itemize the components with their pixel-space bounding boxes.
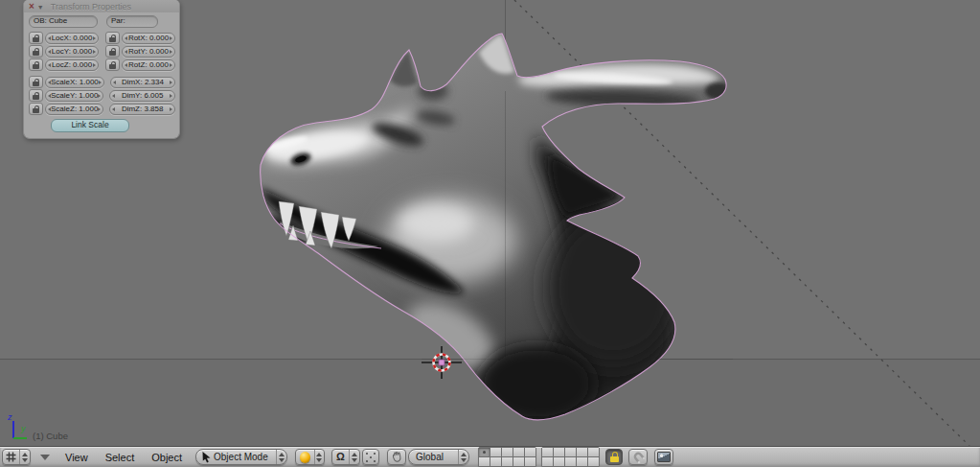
editor-type-stepper[interactable] bbox=[19, 450, 30, 464]
scaley-field[interactable]: ScaleY: 1.000 bbox=[45, 90, 103, 102]
padlock-icon bbox=[109, 35, 116, 42]
locz-field[interactable]: LocZ: 0.000 bbox=[45, 59, 99, 71]
object-origin-dot bbox=[439, 360, 444, 365]
parent-field[interactable]: Par: bbox=[106, 15, 158, 28]
object-name-field[interactable]: OB: Cube bbox=[29, 15, 98, 28]
dimy-field[interactable]: DimY: 6.005 bbox=[109, 90, 175, 102]
lock-layers-toggle[interactable] bbox=[605, 449, 623, 465]
layer-button-16[interactable] bbox=[542, 457, 553, 466]
increment-arrow-icon[interactable] bbox=[93, 36, 96, 40]
editor-type-button[interactable] bbox=[2, 449, 31, 465]
increment-arrow-icon[interactable] bbox=[170, 63, 172, 67]
manipulator-toggle[interactable] bbox=[387, 449, 406, 465]
layer-button-12[interactable] bbox=[490, 457, 501, 466]
orientation-dropdown[interactable]: Global bbox=[408, 449, 469, 465]
snap-toggle[interactable] bbox=[628, 449, 648, 465]
dimx-field[interactable]: DimX: 2.334 bbox=[110, 77, 175, 88]
mode-dropdown[interactable]: Object Mode bbox=[195, 449, 287, 465]
scalex-field[interactable]: ScaleX: 1.000 bbox=[45, 77, 104, 88]
lock-rotx-button[interactable] bbox=[105, 32, 120, 44]
close-icon[interactable]: × bbox=[29, 2, 34, 12]
link-scale-button[interactable]: Link Scale bbox=[51, 119, 129, 132]
lock-roty-button[interactable] bbox=[105, 45, 120, 58]
layer-button-7[interactable] bbox=[554, 448, 564, 456]
rotz-field[interactable]: RotZ: 0.000 bbox=[122, 59, 175, 71]
layer-button-13[interactable] bbox=[502, 457, 513, 466]
transform-properties-panel[interactable]: × ▼ Transform Properties OB: Cube Par: L… bbox=[23, 0, 180, 139]
menu-object[interactable]: Object bbox=[151, 452, 182, 463]
render-preview-button[interactable] bbox=[654, 449, 673, 465]
dimz-field[interactable]: DimZ: 3.858 bbox=[109, 104, 175, 115]
lock-scaley-button[interactable] bbox=[29, 89, 43, 102]
dots-icon bbox=[366, 453, 376, 462]
draw-type-stepper[interactable] bbox=[314, 450, 324, 464]
lock-locz-button[interactable] bbox=[29, 58, 43, 71]
roty-field[interactable]: RotY: 0.000 bbox=[122, 46, 175, 58]
layer-button-15[interactable] bbox=[525, 457, 536, 466]
orientation-stepper[interactable] bbox=[458, 450, 468, 464]
draw-type-button[interactable] bbox=[295, 449, 325, 465]
lock-icon bbox=[610, 452, 619, 462]
header-menus-collapse-icon[interactable] bbox=[40, 455, 50, 460]
layer-grid-2 bbox=[541, 447, 600, 467]
padlock-icon bbox=[33, 61, 39, 69]
increment-arrow-icon[interactable] bbox=[93, 63, 96, 67]
increment-arrow-icon[interactable] bbox=[170, 36, 172, 40]
increment-arrow-icon[interactable] bbox=[170, 107, 172, 111]
padlock-icon bbox=[109, 48, 116, 56]
collapse-triangle-icon[interactable]: ▼ bbox=[37, 4, 44, 11]
viewport-object-info: (1) Cube bbox=[33, 431, 68, 441]
layer-button-2[interactable] bbox=[490, 448, 501, 456]
locy-field[interactable]: LocY: 0.000 bbox=[45, 46, 99, 58]
move-centers-toggle[interactable] bbox=[362, 449, 379, 465]
pivot-dropdown[interactable]: Ω bbox=[331, 449, 360, 465]
orientation-dropdown-label: Global bbox=[409, 452, 458, 462]
layer-button-11[interactable] bbox=[479, 457, 490, 466]
increment-arrow-icon[interactable] bbox=[170, 50, 172, 54]
menu-select[interactable]: Select bbox=[105, 452, 135, 463]
layer-button-9[interactable] bbox=[577, 448, 587, 456]
lock-scalex-button[interactable] bbox=[29, 76, 43, 88]
layer-buttons bbox=[478, 447, 600, 467]
increment-arrow-icon[interactable] bbox=[99, 81, 102, 84]
padlock-icon bbox=[33, 92, 39, 100]
increment-arrow-icon[interactable] bbox=[93, 50, 96, 54]
layer-button-1[interactable] bbox=[479, 448, 490, 456]
layer-button-8[interactable] bbox=[565, 448, 576, 456]
scalez-field[interactable]: ScaleZ: 1.000 bbox=[45, 104, 103, 115]
padlock-icon bbox=[33, 105, 39, 113]
layer-button-5[interactable] bbox=[525, 448, 536, 456]
lock-rotz-button[interactable] bbox=[105, 58, 120, 71]
lock-locx-button[interactable] bbox=[29, 32, 43, 44]
axis-y-label: y bbox=[21, 424, 26, 433]
panel-title: Transform Properties bbox=[51, 2, 131, 12]
increment-arrow-icon[interactable] bbox=[170, 94, 172, 98]
menu-view[interactable]: View bbox=[65, 452, 88, 463]
layer-button-6[interactable] bbox=[542, 448, 553, 456]
increment-arrow-icon[interactable] bbox=[170, 81, 172, 84]
layer-button-14[interactable] bbox=[513, 457, 524, 466]
shaded-sphere-icon bbox=[300, 452, 310, 463]
rotation-pivot-icon: Ω bbox=[336, 452, 345, 462]
viewport-header: View Select Object Object Mode Ω bbox=[0, 446, 980, 467]
mode-dropdown-stepper[interactable] bbox=[276, 450, 286, 464]
layer-button-18[interactable] bbox=[565, 457, 576, 466]
layer-button-20[interactable] bbox=[588, 457, 599, 466]
increment-arrow-icon[interactable] bbox=[98, 94, 101, 98]
layer-button-19[interactable] bbox=[577, 457, 587, 466]
increment-arrow-icon[interactable] bbox=[98, 107, 101, 111]
padlock-icon bbox=[33, 48, 39, 56]
rotx-field[interactable]: RotX: 0.000 bbox=[122, 33, 175, 44]
lock-scalez-button[interactable] bbox=[29, 103, 43, 115]
layer-button-3[interactable] bbox=[502, 448, 513, 456]
pivot-stepper[interactable] bbox=[349, 450, 359, 464]
axis-z-label: z bbox=[8, 412, 12, 422]
layer-button-10[interactable] bbox=[588, 448, 599, 456]
lock-locy-button[interactable] bbox=[29, 45, 43, 58]
layer-button-17[interactable] bbox=[554, 457, 564, 466]
layer-button-4[interactable] bbox=[513, 448, 524, 456]
panel-header[interactable]: × ▼ Transform Properties bbox=[24, 0, 179, 12]
grid-icon bbox=[5, 451, 17, 463]
blender-window: z y (1) Cube × ▼ Transform Properties OB… bbox=[0, 0, 980, 467]
locx-field[interactable]: LocX: 0.000 bbox=[45, 33, 99, 44]
